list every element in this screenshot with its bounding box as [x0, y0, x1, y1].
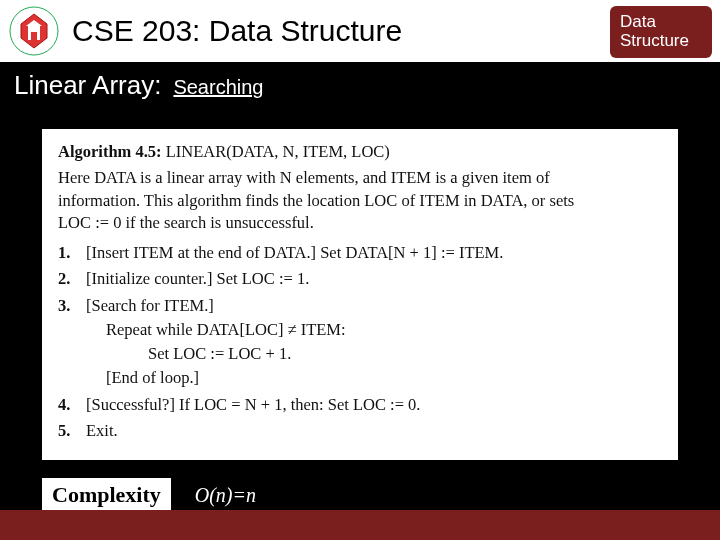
algorithm-step: 5. Exit. [58, 420, 662, 442]
badge-line1: Data [620, 13, 656, 32]
step-text: [Search for ITEM.] [86, 295, 662, 317]
algorithm-title-prefix: Algorithm 4.5: [58, 142, 162, 161]
complexity-label: Complexity [42, 478, 171, 512]
step-text: [Initialize counter.] Set LOC := 1. [86, 268, 662, 290]
step-number: 1. [58, 242, 86, 264]
algorithm-step: 1. [Insert ITEM at the end of DATA.] Set… [58, 242, 662, 264]
algorithm-step: 4. [Successful?] If LOC = N + 1, then: S… [58, 394, 662, 416]
algorithm-desc-2: information. This algorithm finds the lo… [58, 190, 662, 212]
step-number: 5. [58, 420, 86, 442]
algorithm-title: Algorithm 4.5: LINEAR(DATA, N, ITEM, LOC… [58, 141, 662, 163]
university-logo-icon [6, 4, 62, 58]
step-text: Exit. [86, 420, 662, 442]
subject-badge: Data Structure [610, 6, 712, 58]
algorithm-step: 3. [Search for ITEM.] [58, 295, 662, 317]
footer-bar [0, 510, 720, 540]
algorithm-step: 2. [Initialize counter.] Set LOC := 1. [58, 268, 662, 290]
subtitle-topic: Searching [173, 76, 263, 99]
algorithm-desc-3: LOC := 0 if the search is unsuccessful. [58, 212, 662, 234]
step-text: [Insert ITEM at the end of DATA.] Set DA… [86, 242, 662, 264]
course-title: CSE 203: Data Structure [72, 14, 402, 48]
step-number: 4. [58, 394, 86, 416]
algorithm-steps: 1. [Insert ITEM at the end of DATA.] Set… [58, 242, 662, 442]
step-number: 2. [58, 268, 86, 290]
algorithm-title-rest: LINEAR(DATA, N, ITEM, LOC) [162, 142, 390, 161]
step-text: [Successful?] If LOC = N + 1, then: Set … [86, 394, 662, 416]
title-bar: CSE 203: Data Structure Data Structure [0, 0, 720, 62]
subtitle-label: Linear Array: [14, 70, 161, 101]
step-subtext: Set LOC := LOC + 1. [148, 343, 662, 365]
svg-rect-2 [31, 32, 37, 40]
complexity-row: Complexity O(n)=n [42, 478, 720, 512]
step-subtext: Repeat while DATA[LOC] ≠ ITEM: [106, 319, 662, 341]
complexity-value: O(n)=n [195, 484, 256, 507]
subtitle-row: Linear Array: Searching [0, 62, 720, 101]
step-subtext: [End of loop.] [106, 367, 662, 389]
algorithm-desc-1: Here DATA is a linear array with N eleme… [58, 167, 662, 189]
step-number: 3. [58, 295, 86, 317]
badge-line2: Structure [620, 32, 689, 51]
algorithm-box: Algorithm 4.5: LINEAR(DATA, N, ITEM, LOC… [42, 129, 678, 460]
